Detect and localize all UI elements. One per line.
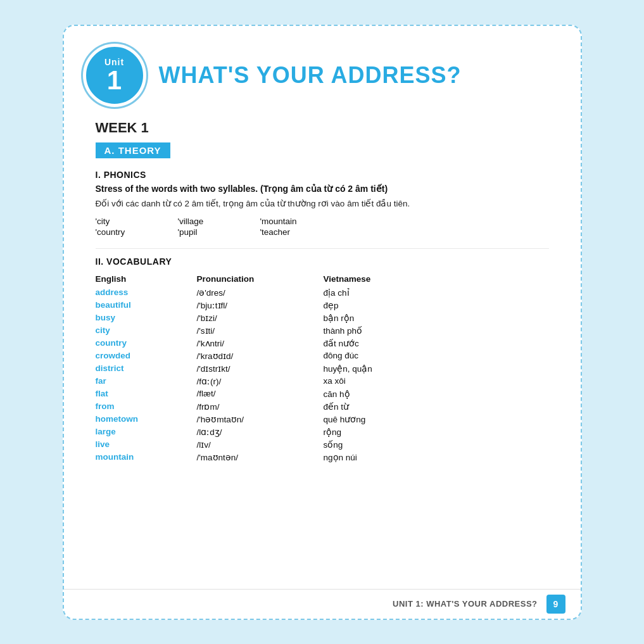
vocab-pronunciation: /'həʊmtaʊn/ xyxy=(197,413,324,426)
unit-badge: Unit 1 xyxy=(83,44,146,107)
content-area: WEEK 1 A. THEORY I. PHONICS Stress of th… xyxy=(64,113,581,589)
phonics-word-6: 'teacher xyxy=(260,227,374,237)
vocab-pronunciation: /'bjuːtɪfl/ xyxy=(197,299,324,312)
vocab-vietnamese: xa xôi xyxy=(324,375,549,388)
vocab-vietnamese: rộng xyxy=(324,426,549,438)
col-pronunciation: Pronunciation xyxy=(197,273,324,286)
vocab-english: crowded xyxy=(96,350,197,362)
vocab-title: II. VOCABULARY xyxy=(96,256,549,267)
vocab-table: English Pronunciation Vietnamese address… xyxy=(96,273,549,464)
col-vietnamese: Vietnamese xyxy=(324,273,549,286)
vocab-row: country/'kʌntri/đất nước xyxy=(96,337,549,350)
phonics-word-1: 'city xyxy=(96,217,178,226)
vocab-english: far xyxy=(96,375,197,388)
vocab-pronunciation: /lɪv/ xyxy=(197,438,324,451)
vocab-vietnamese: quê hương xyxy=(324,413,549,426)
theory-section-badge: A. THEORY xyxy=(96,142,170,158)
vocab-pronunciation: /flæt/ xyxy=(197,388,324,400)
vocab-vietnamese: căn hộ xyxy=(324,388,549,400)
unit-number: 1 xyxy=(107,67,122,94)
vocab-vietnamese: ngọn núi xyxy=(324,451,549,464)
phonics-word-5: 'pupil xyxy=(178,227,260,237)
vocab-vietnamese: sống xyxy=(324,438,549,451)
vocab-vietnamese: đông đúc xyxy=(324,350,549,362)
vocab-english: mountain xyxy=(96,451,197,464)
page: Unit 1 WHAT'S YOUR ADDRESS? WEEK 1 A. TH… xyxy=(63,25,582,620)
vocab-vietnamese: bận rộn xyxy=(324,312,549,324)
vocab-pronunciation: /'dɪstrɪkt/ xyxy=(197,362,324,375)
page-title: WHAT'S YOUR ADDRESS? xyxy=(159,62,462,89)
vocab-pronunciation: /frɒm/ xyxy=(197,400,324,413)
page-number: 9 xyxy=(546,595,565,614)
vocab-vietnamese: đất nước xyxy=(324,337,549,350)
vocab-pronunciation: /lɑːdʒ/ xyxy=(197,426,324,438)
vocab-pronunciation: /'maʊntən/ xyxy=(197,451,324,464)
vocab-row: live/lɪv/sống xyxy=(96,438,549,451)
footer: UNIT 1: WHAT'S YOUR ADDRESS? 9 xyxy=(64,589,581,619)
vocab-pronunciation: /'kraʊdɪd/ xyxy=(197,350,324,362)
vocab-vietnamese: huyện, quận xyxy=(324,362,549,375)
vocab-english: from xyxy=(96,400,197,413)
vocab-pronunciation: /fɑː(r)/ xyxy=(197,375,324,388)
vocab-pronunciation: /'kʌntri/ xyxy=(197,337,324,350)
col-english: English xyxy=(96,273,197,286)
vocab-row: mountain/'maʊntən/ngọn núi xyxy=(96,451,549,464)
vocab-vietnamese: thành phố xyxy=(324,324,549,337)
vocab-pronunciation: /'bɪzi/ xyxy=(197,312,324,324)
section-divider xyxy=(96,248,549,249)
vocab-english: large xyxy=(96,426,197,438)
vocab-english: country xyxy=(96,337,197,350)
vocab-vietnamese: đến từ xyxy=(324,400,549,413)
vocab-row: far/fɑː(r)/xa xôi xyxy=(96,375,549,388)
phonics-title: I. PHONICS xyxy=(96,170,549,180)
vocab-row: busy/'bɪzi/bận rộn xyxy=(96,312,549,324)
vocab-vietnamese: địa chỉ xyxy=(324,286,549,299)
phonics-word-4: 'country xyxy=(96,227,178,237)
phonics-subtitle: Stress of the words with two syllables. … xyxy=(96,184,549,194)
vocab-pronunciation: /'sɪti/ xyxy=(197,324,324,337)
week-label: WEEK 1 xyxy=(96,120,549,136)
vocab-english: busy xyxy=(96,312,197,324)
vocab-pronunciation: /ə'dres/ xyxy=(197,286,324,299)
vocab-row: beautiful/'bjuːtɪfl/đẹp xyxy=(96,299,549,312)
phonics-word-3: 'mountain xyxy=(260,217,374,226)
vocab-english: live xyxy=(96,438,197,451)
vocab-row: district/'dɪstrɪkt/huyện, quận xyxy=(96,362,549,375)
vocab-row: large/lɑːdʒ/rộng xyxy=(96,426,549,438)
vocab-row: address/ə'dres/địa chỉ xyxy=(96,286,549,299)
vocab-english: address xyxy=(96,286,197,299)
vocab-vietnamese: đẹp xyxy=(324,299,549,312)
vocab-row: from/frɒm/đến từ xyxy=(96,400,549,413)
vocab-english: beautiful xyxy=(96,299,197,312)
vocab-english: hometown xyxy=(96,413,197,426)
vocab-row: crowded/'kraʊdɪd/đông đúc xyxy=(96,350,549,362)
footer-text: UNIT 1: WHAT'S YOUR ADDRESS? xyxy=(393,599,537,609)
vocab-english: city xyxy=(96,324,197,337)
vocab-row: flat/flæt/căn hộ xyxy=(96,388,549,400)
header: Unit 1 WHAT'S YOUR ADDRESS? xyxy=(64,26,581,113)
vocab-row: city/'sɪti/thành phố xyxy=(96,324,549,337)
vocab-row: hometown/'həʊmtaʊn/quê hương xyxy=(96,413,549,426)
phonics-word-list: 'city 'village 'mountain 'country 'pupil… xyxy=(96,217,549,237)
phonics-word-2: 'village xyxy=(178,217,260,226)
vocab-english: flat xyxy=(96,388,197,400)
vocab-english: district xyxy=(96,362,197,375)
phonics-description: Đối với các danh từ có 2 âm tiết, trọng … xyxy=(96,198,549,210)
